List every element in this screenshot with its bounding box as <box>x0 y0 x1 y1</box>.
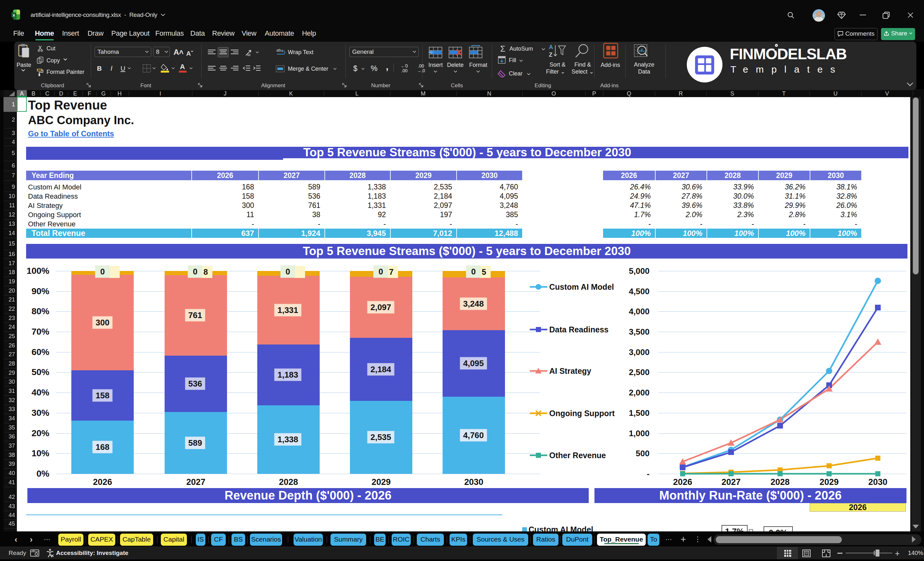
svg-text:ab: ab <box>276 48 281 52</box>
svg-text:ab: ab <box>247 53 251 57</box>
svg-text:Z: Z <box>549 52 552 58</box>
svg-text:A: A <box>549 44 553 50</box>
svg-text:x: x <box>13 13 15 18</box>
